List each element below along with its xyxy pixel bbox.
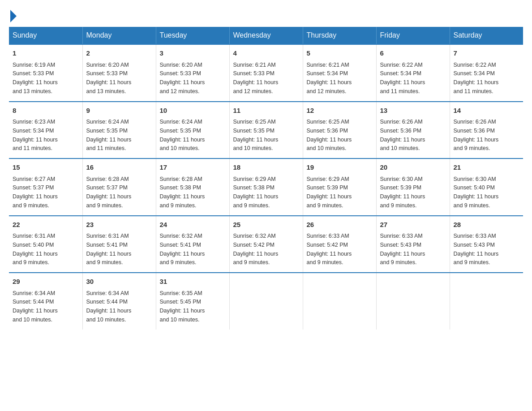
day-cell: 19Sunrise: 6:29 AMSunset: 5:39 PMDayligh…	[303, 158, 376, 216]
day-cell: 11Sunrise: 6:25 AMSunset: 5:35 PMDayligh…	[229, 102, 303, 159]
day-number: 31	[160, 277, 226, 287]
day-cell: 7Sunrise: 6:22 AMSunset: 5:34 PMDaylight…	[450, 44, 523, 102]
day-cell: 15Sunrise: 6:27 AMSunset: 5:37 PMDayligh…	[9, 158, 82, 216]
page-header	[9, 9, 523, 22]
day-number: 14	[454, 106, 520, 116]
day-number: 1	[13, 48, 79, 59]
calendar-table: SundayMondayTuesdayWednesdayThursdayFrid…	[9, 27, 523, 330]
header-thursday: Thursday	[303, 27, 376, 44]
day-cell: 8Sunrise: 6:23 AMSunset: 5:34 PMDaylight…	[9, 102, 82, 159]
day-info: Sunrise: 6:31 AMSunset: 5:40 PMDaylight:…	[13, 233, 58, 265]
day-info: Sunrise: 6:19 AMSunset: 5:33 PMDaylight:…	[13, 62, 58, 94]
day-number: 28	[454, 220, 520, 230]
header-saturday: Saturday	[450, 27, 523, 44]
day-info: Sunrise: 6:33 AMSunset: 5:42 PMDaylight:…	[307, 233, 352, 265]
week-row-4: 22Sunrise: 6:31 AMSunset: 5:40 PMDayligh…	[9, 216, 523, 273]
day-info: Sunrise: 6:29 AMSunset: 5:38 PMDaylight:…	[233, 176, 279, 209]
day-cell: 30Sunrise: 6:34 AMSunset: 5:44 PMDayligh…	[82, 273, 156, 330]
logo-arrow-icon	[10, 10, 17, 22]
day-cell: 26Sunrise: 6:33 AMSunset: 5:42 PMDayligh…	[303, 216, 376, 273]
day-info: Sunrise: 6:33 AMSunset: 5:43 PMDaylight:…	[380, 233, 425, 265]
day-number: 13	[380, 106, 446, 116]
header-monday: Monday	[82, 27, 156, 44]
day-info: Sunrise: 6:32 AMSunset: 5:42 PMDaylight:…	[233, 233, 279, 265]
day-info: Sunrise: 6:34 AMSunset: 5:44 PMDaylight:…	[86, 290, 132, 323]
day-number: 25	[233, 220, 299, 230]
day-number: 4	[233, 48, 299, 59]
day-cell: 4Sunrise: 6:21 AMSunset: 5:33 PMDaylight…	[229, 44, 303, 102]
day-number: 12	[307, 106, 373, 116]
day-cell: 9Sunrise: 6:24 AMSunset: 5:35 PMDaylight…	[82, 102, 156, 159]
header-tuesday: Tuesday	[156, 27, 229, 44]
day-info: Sunrise: 6:28 AMSunset: 5:37 PMDaylight:…	[86, 176, 132, 209]
day-cell: 13Sunrise: 6:26 AMSunset: 5:36 PMDayligh…	[376, 102, 450, 159]
day-cell	[229, 273, 303, 330]
day-info: Sunrise: 6:22 AMSunset: 5:34 PMDaylight:…	[380, 62, 425, 94]
day-number: 7	[454, 48, 520, 59]
header-wednesday: Wednesday	[229, 27, 303, 44]
day-number: 23	[86, 220, 152, 230]
day-number: 20	[380, 163, 446, 173]
day-info: Sunrise: 6:34 AMSunset: 5:44 PMDaylight:…	[13, 290, 58, 323]
day-cell: 3Sunrise: 6:20 AMSunset: 5:33 PMDaylight…	[156, 44, 229, 102]
day-number: 18	[233, 163, 299, 173]
logo	[9, 9, 18, 22]
day-number: 30	[86, 277, 152, 287]
day-info: Sunrise: 6:22 AMSunset: 5:34 PMDaylight:…	[454, 62, 499, 94]
day-info: Sunrise: 6:30 AMSunset: 5:39 PMDaylight:…	[380, 176, 425, 209]
day-info: Sunrise: 6:24 AMSunset: 5:35 PMDaylight:…	[160, 119, 205, 151]
day-cell: 29Sunrise: 6:34 AMSunset: 5:44 PMDayligh…	[9, 273, 82, 330]
day-number: 17	[160, 163, 226, 173]
day-cell: 23Sunrise: 6:31 AMSunset: 5:41 PMDayligh…	[82, 216, 156, 273]
day-number: 5	[307, 48, 373, 59]
day-info: Sunrise: 6:27 AMSunset: 5:37 PMDaylight:…	[13, 176, 58, 209]
day-info: Sunrise: 6:25 AMSunset: 5:36 PMDaylight:…	[307, 119, 352, 151]
day-info: Sunrise: 6:35 AMSunset: 5:45 PMDaylight:…	[160, 290, 205, 323]
day-info: Sunrise: 6:20 AMSunset: 5:33 PMDaylight:…	[160, 62, 205, 94]
day-cell: 6Sunrise: 6:22 AMSunset: 5:34 PMDaylight…	[376, 44, 450, 102]
day-info: Sunrise: 6:20 AMSunset: 5:33 PMDaylight:…	[86, 62, 132, 94]
day-cell	[450, 273, 523, 330]
day-number: 22	[13, 220, 79, 230]
day-number: 11	[233, 106, 299, 116]
day-info: Sunrise: 6:26 AMSunset: 5:36 PMDaylight:…	[380, 119, 425, 151]
day-number: 29	[13, 277, 79, 287]
day-cell: 16Sunrise: 6:28 AMSunset: 5:37 PMDayligh…	[82, 158, 156, 216]
header-sunday: Sunday	[9, 27, 82, 44]
week-row-5: 29Sunrise: 6:34 AMSunset: 5:44 PMDayligh…	[9, 273, 523, 330]
week-row-3: 15Sunrise: 6:27 AMSunset: 5:37 PMDayligh…	[9, 158, 523, 216]
day-cell: 5Sunrise: 6:21 AMSunset: 5:34 PMDaylight…	[303, 44, 376, 102]
day-number: 6	[380, 48, 446, 59]
day-number: 24	[160, 220, 226, 230]
day-cell: 1Sunrise: 6:19 AMSunset: 5:33 PMDaylight…	[9, 44, 82, 102]
day-cell: 25Sunrise: 6:32 AMSunset: 5:42 PMDayligh…	[229, 216, 303, 273]
day-cell: 21Sunrise: 6:30 AMSunset: 5:40 PMDayligh…	[450, 158, 523, 216]
week-row-2: 8Sunrise: 6:23 AMSunset: 5:34 PMDaylight…	[9, 102, 523, 159]
day-cell: 10Sunrise: 6:24 AMSunset: 5:35 PMDayligh…	[156, 102, 229, 159]
calendar-header-row: SundayMondayTuesdayWednesdayThursdayFrid…	[9, 27, 523, 44]
day-info: Sunrise: 6:25 AMSunset: 5:35 PMDaylight:…	[233, 119, 279, 151]
day-cell: 2Sunrise: 6:20 AMSunset: 5:33 PMDaylight…	[82, 44, 156, 102]
day-number: 15	[13, 163, 79, 173]
day-info: Sunrise: 6:30 AMSunset: 5:40 PMDaylight:…	[454, 176, 499, 209]
day-cell: 28Sunrise: 6:33 AMSunset: 5:43 PMDayligh…	[450, 216, 523, 273]
week-row-1: 1Sunrise: 6:19 AMSunset: 5:33 PMDaylight…	[9, 44, 523, 102]
day-cell: 24Sunrise: 6:32 AMSunset: 5:41 PMDayligh…	[156, 216, 229, 273]
day-number: 21	[454, 163, 520, 173]
day-cell: 31Sunrise: 6:35 AMSunset: 5:45 PMDayligh…	[156, 273, 229, 330]
day-info: Sunrise: 6:24 AMSunset: 5:35 PMDaylight:…	[86, 119, 132, 151]
day-number: 19	[307, 163, 373, 173]
day-number: 10	[160, 106, 226, 116]
day-number: 2	[86, 48, 152, 59]
day-number: 9	[86, 106, 152, 116]
day-info: Sunrise: 6:29 AMSunset: 5:39 PMDaylight:…	[307, 176, 352, 209]
day-info: Sunrise: 6:32 AMSunset: 5:41 PMDaylight:…	[160, 233, 205, 265]
day-cell: 18Sunrise: 6:29 AMSunset: 5:38 PMDayligh…	[229, 158, 303, 216]
day-info: Sunrise: 6:23 AMSunset: 5:34 PMDaylight:…	[13, 119, 58, 151]
day-cell: 27Sunrise: 6:33 AMSunset: 5:43 PMDayligh…	[376, 216, 450, 273]
day-cell: 17Sunrise: 6:28 AMSunset: 5:38 PMDayligh…	[156, 158, 229, 216]
header-friday: Friday	[376, 27, 450, 44]
day-number: 26	[307, 220, 373, 230]
day-number: 3	[160, 48, 226, 59]
day-number: 16	[86, 163, 152, 173]
